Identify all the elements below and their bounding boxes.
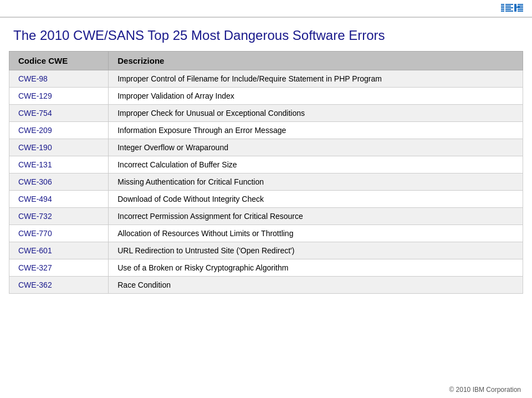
table-row: CWE-98Improper Control of Filename for I…	[9, 70, 523, 88]
col-header-desc: Descrizione	[109, 52, 523, 70]
col-header-code: Codice CWE	[9, 52, 109, 70]
table-row: CWE-362Race Condition	[9, 277, 523, 294]
cwe-code: CWE-732	[9, 208, 109, 225]
cwe-code: CWE-362	[9, 277, 109, 294]
svg-rect-1	[501, 6, 504, 7]
cwe-description: Information Exposure Through an Error Me…	[109, 122, 523, 139]
cwe-description: Missing Authentication for Critical Func…	[109, 174, 523, 191]
table-header-row: Codice CWE Descrizione	[9, 52, 523, 70]
table-row: CWE-306Missing Authentication for Critic…	[9, 174, 523, 191]
svg-rect-5	[505, 4, 513, 5]
table-row: CWE-209Information Exposure Through an E…	[9, 122, 523, 139]
svg-rect-14	[518, 9, 523, 10]
svg-rect-16	[514, 7, 520, 8]
table-row: CWE-190Integer Overflow or Wraparound	[9, 139, 523, 156]
svg-rect-2	[501, 7, 504, 8]
table-row: CWE-131Incorrect Calculation of Buffer S…	[9, 156, 523, 174]
table-row: CWE-129Improper Validation of Array Inde…	[9, 88, 523, 105]
cwe-code: CWE-209	[9, 122, 109, 139]
table-row: CWE-770Allocation of Resources Without L…	[9, 225, 523, 242]
top-bar	[0, 0, 532, 18]
cwe-description: Race Condition	[109, 277, 523, 294]
cwe-code: CWE-327	[9, 259, 109, 277]
ibm-logo-icon	[501, 4, 523, 13]
cwe-description: Allocation of Resources Without Limits o…	[109, 225, 523, 242]
svg-rect-6	[505, 6, 511, 7]
table-row: CWE-754Improper Check for Unusual or Exc…	[9, 105, 523, 122]
cwe-description: Incorrect Calculation of Buffer Size	[109, 156, 523, 174]
svg-rect-4	[501, 11, 504, 12]
svg-rect-15	[518, 11, 523, 12]
cwe-code: CWE-129	[9, 88, 109, 105]
cwe-code: CWE-494	[9, 191, 109, 208]
cwe-code: CWE-131	[9, 156, 109, 174]
cwe-code: CWE-601	[9, 242, 109, 259]
cwe-description: Download of Code Without Integrity Check	[109, 191, 523, 208]
table-row: CWE-327Use of a Broken or Risky Cryptogr…	[9, 259, 523, 277]
cwe-table: Codice CWE Descrizione CWE-98Improper Co…	[9, 51, 523, 294]
cwe-code: CWE-754	[9, 105, 109, 122]
table-container: Codice CWE Descrizione CWE-98Improper Co…	[0, 51, 532, 294]
cwe-code: CWE-306	[9, 174, 109, 191]
svg-rect-7	[505, 7, 513, 8]
cwe-description: Use of a Broken or Risky Cryptographic A…	[109, 259, 523, 277]
svg-rect-9	[505, 11, 513, 12]
table-row: CWE-601URL Redirection to Untrusted Site…	[9, 242, 523, 259]
cwe-description: URL Redirection to Untrusted Site ('Open…	[109, 242, 523, 259]
svg-rect-0	[501, 4, 504, 5]
cwe-code: CWE-190	[9, 139, 109, 156]
cwe-description: Integer Overflow or Wraparound	[109, 139, 523, 156]
footer-copyright: © 2010 IBM Corporation	[449, 386, 521, 394]
page-title: The 2010 CWE/SANS Top 25 Most Dangerous …	[0, 18, 532, 51]
cwe-code: CWE-770	[9, 225, 109, 242]
svg-rect-11	[518, 4, 523, 5]
cwe-description: Improper Control of Filename for Include…	[109, 70, 523, 88]
svg-rect-12	[518, 6, 523, 7]
svg-rect-3	[501, 9, 504, 10]
table-row: CWE-494Download of Code Without Integrit…	[9, 191, 523, 208]
cwe-description: Incorrect Permission Assignment for Crit…	[109, 208, 523, 225]
cwe-code: CWE-98	[9, 70, 109, 88]
table-row: CWE-732Incorrect Permission Assignment f…	[9, 208, 523, 225]
cwe-description: Improper Check for Unusual or Exceptiona…	[109, 105, 523, 122]
svg-rect-8	[505, 9, 511, 10]
cwe-description: Improper Validation of Array Index	[109, 88, 523, 105]
